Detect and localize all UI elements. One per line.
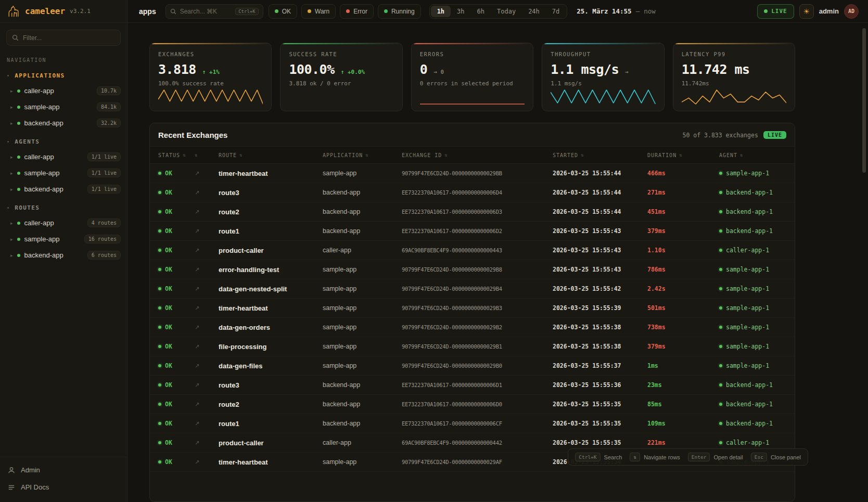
open-exchange-icon[interactable]: ↗	[195, 440, 219, 446]
table-row[interactable]: OK↗timer-heartbeatsample-app90799F47E6CD…	[150, 299, 795, 318]
stat-accent-bar	[150, 43, 271, 44]
open-exchange-icon[interactable]: ↗	[195, 266, 219, 273]
route-cell: timer-heartbeat	[219, 304, 323, 312]
range-1h[interactable]: 1h	[431, 6, 451, 17]
status-cell: OK	[158, 227, 195, 235]
live-toggle[interactable]: LIVE	[757, 4, 794, 19]
column-header-application[interactable]: APPLICATION⇅	[323, 152, 402, 158]
stat-card-latency-p99[interactable]: LATENCY P9911.742 ms11.742ms	[673, 43, 795, 111]
theme-toggle-button[interactable]: ☀	[799, 4, 814, 19]
open-exchange-icon[interactable]: ↗	[195, 401, 219, 408]
stat-delta: ↑ +1%	[202, 69, 220, 75]
open-exchange-icon[interactable]: ↗	[195, 343, 219, 350]
page-title: apps	[139, 7, 156, 16]
sidebar-item-label: caller-app	[24, 153, 54, 161]
open-exchange-icon[interactable]: ↗	[195, 170, 219, 177]
range-today[interactable]: Today	[491, 6, 522, 17]
sidebar-item-caller-app[interactable]: ▸caller-app10.7k	[0, 83, 127, 99]
column-header-agent[interactable]: AGENT⇅	[719, 152, 795, 158]
stat-card-errors[interactable]: ERRORS0→ 00 errors in selected period	[411, 43, 533, 111]
table-row[interactable]: OK↗product-callercaller-app69AC90BF8EBC4…	[150, 241, 795, 260]
open-exchange-icon[interactable]: ↗	[195, 209, 219, 215]
started-cell: 2026-03-25 15:55:35	[553, 401, 647, 408]
route-cell: data-gen-files	[219, 362, 323, 370]
filter-input[interactable]	[23, 34, 115, 42]
avatar[interactable]: AD	[844, 4, 859, 19]
sidebar-item-backend-app[interactable]: ▸backend-app1/1 live	[0, 181, 127, 197]
column-header-exchange-id[interactable]: EXCHANGE ID⇅	[402, 152, 553, 158]
table-row[interactable]: OK↗data-gen-filessample-app90799F47E6CD2…	[150, 356, 795, 376]
table-row[interactable]: OK↗data-gen-nested-splitsample-app90799F…	[150, 279, 795, 299]
open-exchange-icon[interactable]: ↗	[195, 382, 219, 389]
range-3h[interactable]: 3h	[451, 6, 470, 17]
stat-card-success-rate[interactable]: SUCCESS RATE100.0%↑ +0.0%3.818 ok / 0 er…	[280, 43, 402, 111]
open-exchange-icon[interactable]: ↗	[195, 189, 219, 196]
table-row[interactable]: OK↗file-processingsample-app90799F47E6CD…	[150, 337, 795, 356]
ok-dot-icon	[158, 306, 161, 310]
stat-value: 1.1 msg/s	[551, 62, 619, 77]
exchange-id-cell: 90799F47E6CD24D-00000000000029B3	[402, 305, 553, 311]
application-cell: sample-app	[323, 362, 402, 369]
open-exchange-icon[interactable]: ↗	[195, 363, 219, 369]
table-row[interactable]: OK↗route2backend-appEE7322370A10617-0000…	[150, 202, 795, 222]
sidebar-item-backend-app[interactable]: ▸backend-app6 routes	[0, 247, 127, 263]
status-cell: OK	[158, 285, 195, 292]
duration-cell: 738ms	[647, 324, 719, 331]
open-exchange-icon[interactable]: ↗	[195, 305, 219, 312]
column-header-status[interactable]: STATUS⇅	[158, 152, 195, 158]
sidebar-filter[interactable]	[6, 30, 121, 46]
sidebar-item-sample-app[interactable]: ▸sample-app84.1k	[0, 99, 127, 115]
range-6h[interactable]: 6h	[471, 6, 491, 17]
filter-chip-error[interactable]: Error	[340, 4, 374, 19]
table-row[interactable]: OK↗route1backend-appEE7322370A10617-0000…	[150, 414, 795, 433]
table-row[interactable]: OK↗route2backend-appEE7322370A10617-0000…	[150, 395, 795, 414]
open-exchange-icon[interactable]: ↗	[195, 324, 219, 331]
range-24h[interactable]: 24h	[522, 6, 546, 17]
table-row[interactable]: OK↗route3backend-appEE7322370A10617-0000…	[150, 376, 795, 395]
sidebar-item-backend-app[interactable]: ▸backend-app32.2k	[0, 115, 127, 131]
hint-search: Ctrl+KSearch	[575, 453, 622, 461]
date-range[interactable]: 25. März 14:55 — now	[577, 7, 655, 15]
section-header-agents[interactable]: ▾AGENTS	[0, 131, 127, 149]
section-header-applications[interactable]: ▾APPLICATIONS	[0, 65, 127, 83]
open-exchange-icon[interactable]: ↗	[195, 247, 219, 254]
application-cell: sample-app	[323, 285, 402, 292]
column-header-duration[interactable]: DURATION⇅	[647, 152, 719, 158]
open-exchange-icon[interactable]: ↗	[195, 228, 219, 235]
global-search[interactable]: Ctrl+K	[165, 4, 263, 19]
sidebar-item-admin[interactable]: Admin	[0, 461, 127, 479]
column-header-route[interactable]: ROUTE⇅	[219, 152, 323, 158]
section-header-routes[interactable]: ▾ROUTES	[0, 197, 127, 215]
column-label: STATUS	[158, 152, 180, 158]
column-header-started[interactable]: STARTED⇅	[553, 152, 647, 158]
open-exchange-icon[interactable]: ↗	[195, 420, 219, 427]
table-row[interactable]: OK↗route1backend-appEE7322370A10617-0000…	[150, 222, 795, 241]
chevron-right-icon: ▸	[10, 155, 13, 160]
stat-cards: EXCHANGES3.818↑ +1%100.0% success rateSU…	[149, 43, 795, 111]
exchange-id-cell: 90799F47E6CD24D-00000000000029BB	[402, 170, 553, 176]
sidebar-item-label: sample-app	[24, 103, 60, 111]
filter-chip-ok[interactable]: OK	[269, 4, 297, 19]
table-row[interactable]: OK↗route3backend-appEE7322370A10617-0000…	[150, 183, 795, 202]
sidebar-footer: Admin API Docs	[0, 457, 127, 502]
live-dot-icon	[764, 9, 768, 13]
search-input[interactable]	[180, 8, 232, 15]
sidebar-item-sample-app[interactable]: ▸sample-app16 routes	[0, 231, 127, 247]
scrollbar-thumb[interactable]	[862, 28, 866, 173]
table-row[interactable]: OK↗timer-heartbeatsample-app90799F47E6CD…	[150, 164, 795, 183]
username: admin	[819, 7, 839, 15]
open-exchange-icon[interactable]: ↗	[195, 286, 219, 292]
sidebar-item-api-docs[interactable]: API Docs	[0, 479, 127, 496]
filter-chip-warn[interactable]: Warn	[301, 4, 336, 19]
sidebar-item-caller-app[interactable]: ▸caller-app4 routes	[0, 215, 127, 231]
stat-card-throughput[interactable]: THROUGHPUT1.1 msg/s→1.1 msg/s	[542, 43, 664, 111]
sidebar-item-sample-app[interactable]: ▸sample-app1/1 live	[0, 165, 127, 181]
table-row[interactable]: OK↗error-handling-testsample-app90799F47…	[150, 260, 795, 279]
table-row[interactable]: OK↗data-gen-orderssample-app90799F47E6CD…	[150, 318, 795, 337]
open-exchange-icon[interactable]: ↗	[195, 459, 219, 466]
range-7d[interactable]: 7d	[546, 6, 566, 17]
column-header-expand[interactable]: ⇅	[195, 152, 219, 158]
stat-card-exchanges[interactable]: EXCHANGES3.818↑ +1%100.0% success rate	[149, 43, 272, 111]
filter-chip-running[interactable]: Running	[378, 4, 421, 19]
sidebar-item-caller-app[interactable]: ▸caller-app1/1 live	[0, 149, 127, 165]
